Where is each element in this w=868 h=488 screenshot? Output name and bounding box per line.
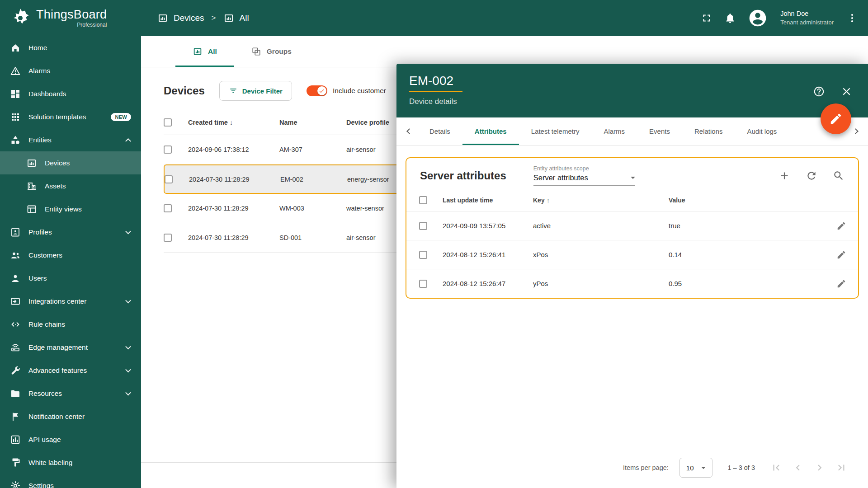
edit-icon <box>829 112 843 126</box>
device-details-header: EM-002 Device details <box>396 64 868 117</box>
sidebar-item-dashboards[interactable]: Dashboards <box>0 82 141 105</box>
fullscreen-icon[interactable] <box>701 12 712 24</box>
row-checkbox[interactable] <box>164 204 172 212</box>
row-checkbox[interactable] <box>419 222 427 230</box>
user-info[interactable]: John Doe Tenant administrator <box>780 9 834 26</box>
toggle-label: Include customer <box>333 87 386 95</box>
column-created-time[interactable]: Created time ↓ <box>188 118 279 126</box>
alarms-icon <box>10 66 21 76</box>
sidebar-item-entity-views[interactable]: Entity views <box>0 197 141 221</box>
device-filter-label: Device Filter <box>242 87 283 95</box>
close-icon[interactable] <box>840 85 853 98</box>
sidebar-item-rule-chains[interactable]: Rule chains <box>0 313 141 336</box>
panel-tabs: DetailsAttributesLatest telemetryAlarmsE… <box>417 117 847 145</box>
sidebar-item-integrations-center[interactable]: Integrations center <box>0 290 141 313</box>
sidebar-item-profiles[interactable]: Profiles <box>0 221 141 244</box>
users-icon <box>10 273 21 284</box>
apps-icon <box>10 112 21 122</box>
search-icon[interactable] <box>833 170 844 182</box>
previous-page-icon[interactable] <box>792 462 804 474</box>
edit-icon[interactable] <box>836 221 846 231</box>
attribute-row-ypos[interactable]: 2024-08-12 15:26:47yPos0.95 <box>406 269 858 298</box>
notifications-bell-icon[interactable] <box>724 12 736 24</box>
panel-tab-audit-logs[interactable]: Audit logs <box>735 117 789 145</box>
sidebar-item-assets[interactable]: Assets <box>0 174 141 197</box>
column-value[interactable]: Value <box>669 197 826 204</box>
tab-groups[interactable]: Groups <box>234 36 309 67</box>
sidebar-item-alarms[interactable]: Alarms <box>0 59 141 82</box>
sidebar-item-customers[interactable]: Customers <box>0 244 141 267</box>
breadcrumb-all[interactable]: All <box>240 13 249 23</box>
attr-value-cell: 0.14 <box>669 251 826 258</box>
column-key[interactable]: Key ↑ <box>533 197 669 204</box>
tab-all[interactable]: All <box>175 36 234 67</box>
row-checkbox[interactable] <box>164 234 172 242</box>
sidebar-item-home[interactable]: Home <box>0 36 141 59</box>
row-checkbox[interactable] <box>419 280 427 288</box>
sidebar: ThingsBoard Professional HomeAlarmsDashb… <box>0 0 141 488</box>
attributes-table-header: Last update time Key ↑ Value <box>406 189 858 211</box>
edit-fab[interactable] <box>821 103 851 134</box>
panel-tab-events[interactable]: Events <box>637 117 682 145</box>
attribute-row-xpos[interactable]: 2024-08-12 15:26:41xPos0.14 <box>406 240 858 269</box>
sidebar-item-users[interactable]: Users <box>0 267 141 290</box>
tabs-scroll-left[interactable] <box>401 117 417 145</box>
last-page-icon[interactable] <box>835 462 847 474</box>
column-name[interactable]: Name <box>279 119 346 126</box>
panel-tab-attributes[interactable]: Attributes <box>462 117 519 145</box>
column-last-update-time[interactable]: Last update time <box>443 197 533 204</box>
breadcrumb-devices[interactable]: Devices <box>174 13 204 23</box>
panel-title[interactable]: EM-002 <box>409 74 453 88</box>
logo[interactable]: ThingsBoard Professional <box>0 0 141 36</box>
more-menu-icon[interactable] <box>846 12 858 24</box>
sidebar-item-advanced-features[interactable]: Advanced features <box>0 359 141 382</box>
sidebar-item-white-labeling[interactable]: White labeling <box>0 451 141 474</box>
next-page-icon[interactable] <box>814 462 826 474</box>
attributes-scope-select[interactable]: Entity attributes scope Server attribute… <box>533 165 635 186</box>
include-customer-toggle[interactable] <box>307 85 327 96</box>
device-filter-button[interactable]: Device Filter <box>219 81 292 101</box>
attr-key-cell: xPos <box>533 251 669 258</box>
entities-icon <box>10 135 21 145</box>
panel-tab-latest-telemetry[interactable]: Latest telemetry <box>519 117 592 145</box>
customers-icon <box>10 250 21 261</box>
sidebar-item-label: Home <box>28 44 47 52</box>
attribute-row-active[interactable]: 2024-09-09 13:57:05activetrue <box>406 211 858 240</box>
edit-icon[interactable] <box>836 279 846 289</box>
sidebar-item-settings[interactable]: Settings <box>0 474 141 488</box>
name-cell: WM-003 <box>279 205 346 212</box>
select-all-checkbox[interactable] <box>164 118 172 127</box>
refresh-icon[interactable] <box>806 170 817 182</box>
user-name: John Doe <box>780 9 834 19</box>
chevron-up-icon <box>125 138 131 144</box>
row-checkbox[interactable] <box>419 251 427 259</box>
items-per-page-select[interactable]: 10 <box>679 458 712 478</box>
row-checkbox[interactable] <box>165 175 173 183</box>
first-page-icon[interactable] <box>770 462 782 474</box>
sidebar-item-solution-templates[interactable]: Solution templatesNEW <box>0 105 141 128</box>
edit-icon[interactable] <box>836 250 846 260</box>
panel-tab-relations[interactable]: Relations <box>682 117 735 145</box>
attr-key-cell: yPos <box>533 280 669 287</box>
attributes-title: Server attributes <box>420 169 506 182</box>
help-icon[interactable] <box>813 85 825 98</box>
sidebar-item-entities[interactable]: Entities <box>0 128 141 151</box>
pager-buttons <box>770 462 847 474</box>
sidebar-item-devices[interactable]: Devices <box>0 151 141 174</box>
select-all-checkbox[interactable] <box>419 196 427 204</box>
user-avatar[interactable] <box>748 8 768 28</box>
row-checkbox[interactable] <box>164 145 172 154</box>
sidebar-item-label: Customers <box>28 251 62 259</box>
tab-label: Groups <box>267 47 292 56</box>
sidebar-item-notification-center[interactable]: Notification center <box>0 405 141 428</box>
sidebar-item-api-usage[interactable]: API usage <box>0 428 141 451</box>
dashboards-icon <box>10 89 21 99</box>
panel-tab-alarms[interactable]: Alarms <box>591 117 637 145</box>
sidebar-item-label: Assets <box>45 182 66 190</box>
sidebar-item-label: Dashboards <box>28 90 66 98</box>
add-attribute-icon[interactable] <box>778 170 790 182</box>
sidebar-item-edge-management[interactable]: Edge management <box>0 336 141 359</box>
panel-tab-details[interactable]: Details <box>417 117 462 145</box>
dropdown-caret-icon <box>701 467 706 469</box>
sidebar-item-resources[interactable]: Resources <box>0 382 141 405</box>
